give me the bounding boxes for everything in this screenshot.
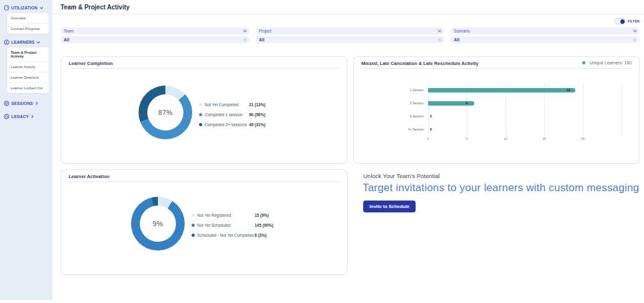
completion-donut-chart: 87% bbox=[139, 86, 192, 139]
sidebar: UTILIZATION Overview Contract Progress L… bbox=[0, 0, 52, 300]
clear-icon[interactable] bbox=[243, 37, 247, 42]
bar-value-label: 0 bbox=[430, 114, 432, 119]
promo-headline: Target invitations to your learners with… bbox=[363, 182, 639, 194]
sessions-icon bbox=[4, 101, 9, 106]
legend-dot bbox=[192, 224, 195, 227]
sidebar-item-contract-progress[interactable]: Contract Progress bbox=[7, 24, 49, 34]
bar-value-label: 0 bbox=[430, 127, 432, 132]
scenario-dropdown[interactable]: Scenario bbox=[451, 27, 640, 34]
sidebar-submenu-learners: Team & Project Activity Learner Activity… bbox=[7, 47, 49, 93]
legend-item: Not Yet Scheduled 145 (90%) bbox=[192, 220, 273, 230]
donut-center-label: 9% bbox=[153, 220, 163, 227]
sidebar-item-learner-locked-out[interactable]: Learner Locked Out bbox=[7, 83, 49, 93]
scenario-dropdown-value[interactable]: All bbox=[451, 36, 640, 43]
sidebar-item-learner-activity[interactable]: Learner Activity bbox=[7, 62, 49, 72]
x-axis-tick: 15 bbox=[538, 137, 550, 141]
promo-eyebrow: Unlock Your Team’s Potential bbox=[363, 172, 440, 179]
chevron-down-icon bbox=[36, 41, 41, 44]
sidebar-section-legacy[interactable]: LEGACY bbox=[4, 114, 50, 119]
sidebar-section-label: LEARNERS bbox=[11, 40, 34, 44]
card-title: Learner Activation bbox=[69, 174, 110, 179]
sidebar-item-team-project-activity[interactable]: Team & Project Activity bbox=[7, 47, 49, 62]
donut-hole: 9% bbox=[140, 206, 176, 242]
legend-value: 49 (31%) bbox=[249, 122, 265, 127]
learner-completion-card: Learner Completion 87% Not Yet Completed… bbox=[61, 56, 348, 164]
filter-toggle[interactable]: FILTER bbox=[614, 18, 640, 24]
sidebar-section-label: SESSIONS bbox=[11, 101, 33, 106]
legend-value: 90 (56%) bbox=[249, 112, 265, 117]
clear-icon[interactable] bbox=[437, 37, 442, 42]
scenario-dropdown-label: Scenario bbox=[454, 29, 470, 33]
legend-dot bbox=[192, 214, 195, 217]
team-dropdown-value[interactable]: All bbox=[61, 36, 250, 43]
donut-hole: 87% bbox=[147, 94, 183, 131]
scenario-selected-value: All bbox=[454, 37, 459, 42]
category-label: 3 Session bbox=[361, 114, 424, 119]
team-dropdown[interactable]: Team bbox=[61, 27, 250, 34]
card-divider bbox=[69, 68, 339, 69]
page-title: Team & Project Activity bbox=[61, 4, 130, 11]
gauge-icon bbox=[4, 5, 9, 11]
project-dropdown[interactable]: Project bbox=[256, 27, 445, 34]
legend-label: Completed 1 session bbox=[205, 112, 249, 117]
legend-item: Scheduled - Not Yet Completed 6 (3%) bbox=[192, 230, 273, 240]
bar-value-label: 6 bbox=[466, 101, 467, 106]
sidebar-section-label: LEGACY bbox=[11, 114, 29, 119]
legend-dot bbox=[199, 123, 202, 126]
clear-icon[interactable] bbox=[633, 37, 637, 42]
legend-dot bbox=[582, 61, 585, 64]
legend-label: Not Yet Registered bbox=[197, 213, 255, 217]
legend-label: Scheduled - Not Yet Completed bbox=[197, 233, 255, 237]
invite-to-schedule-button[interactable]: Invite to Schedule bbox=[363, 201, 416, 212]
project-dropdown-value[interactable]: All bbox=[256, 36, 445, 43]
header-divider bbox=[52, 14, 644, 14]
completion-legend: Not Yet Completed 21 (13%) Completed 1 s… bbox=[199, 99, 265, 129]
legend-label: Completed 2+ sessions bbox=[205, 122, 249, 127]
x-axis-tick: 10 bbox=[499, 137, 512, 141]
bar-chart: 1 Session 2 Session 3 Session 4+ Session… bbox=[361, 82, 633, 156]
chevron-down-icon[interactable] bbox=[633, 29, 637, 33]
legend-value: 15 (9%) bbox=[255, 213, 269, 217]
legend-label: Not Yet Completed bbox=[205, 102, 249, 107]
legend-dot bbox=[199, 103, 202, 106]
bar-value-label: 19 bbox=[567, 88, 570, 92]
legend-value: 21 (13%) bbox=[249, 102, 265, 107]
sidebar-item-overview[interactable]: Overview bbox=[7, 13, 49, 24]
card-title: Missed, Late Cancelation & Late Reschedu… bbox=[361, 61, 479, 66]
toggle-knob bbox=[620, 19, 625, 24]
legend-item: Not Yet Registered 15 (9%) bbox=[192, 210, 273, 220]
sidebar-item-learner-sessions[interactable]: Learner Sessions bbox=[7, 72, 49, 83]
bar bbox=[428, 88, 575, 92]
card-divider bbox=[361, 68, 632, 69]
legend-label: Unique Learners: 160 bbox=[590, 61, 632, 65]
learner-activation-card: Learner Activation 9% Not Yet Registered… bbox=[61, 169, 348, 275]
x-axis-tick: 0 bbox=[422, 137, 434, 141]
donut-center-label: 87% bbox=[158, 109, 172, 116]
chevron-down-icon[interactable] bbox=[243, 29, 247, 33]
toggle-switch[interactable] bbox=[614, 18, 626, 24]
legend-label: Not Yet Scheduled bbox=[197, 223, 255, 227]
sidebar-section-learners[interactable]: LEARNERS bbox=[4, 39, 50, 45]
card-title: Learner Completion bbox=[69, 61, 113, 66]
legend-dot bbox=[192, 234, 195, 237]
gridline bbox=[622, 83, 622, 135]
legend-value: 6 (3%) bbox=[255, 233, 266, 237]
filter-toggle-label: FILTER bbox=[628, 19, 640, 23]
activation-donut-chart: 9% bbox=[131, 197, 185, 251]
x-axis-tick: 5 bbox=[461, 137, 473, 141]
category-label: 4+ Session bbox=[361, 127, 424, 132]
gridline bbox=[583, 83, 583, 135]
sidebar-section-sessions[interactable]: SESSIONS bbox=[4, 101, 50, 106]
filter-bar: Team Project Scenario All All All bbox=[61, 27, 640, 43]
missed-late-activity-card: Missed, Late Cancelation & Late Reschedu… bbox=[353, 56, 640, 164]
category-label: 2 Session bbox=[361, 101, 424, 106]
bar-row: 19 bbox=[428, 88, 575, 92]
team-dropdown-label: Team bbox=[64, 29, 74, 33]
bar-plot-area: 19 6 0 0 0 5 10 15 20 bbox=[428, 82, 631, 142]
legend-item: Completed 1 session 90 (56%) bbox=[199, 109, 265, 119]
sidebar-section-utilization[interactable]: UTILIZATION bbox=[4, 5, 50, 11]
project-dropdown-label: Project bbox=[259, 29, 271, 33]
chevron-down-icon[interactable] bbox=[437, 29, 442, 33]
chevron-right-icon bbox=[35, 101, 39, 106]
x-axis-tick: 20 bbox=[577, 137, 589, 141]
